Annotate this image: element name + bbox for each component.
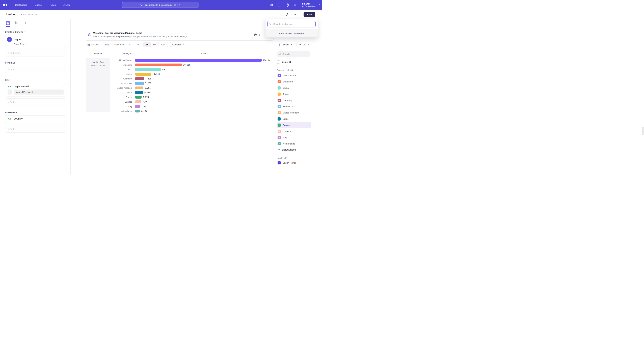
report-title[interactable]: Untitled xyxy=(6,13,16,16)
tab-retention[interactable] xyxy=(32,20,36,26)
event-card[interactable]: A Log In ⋮ Count Total xyxy=(5,35,66,47)
bar[interactable] xyxy=(135,86,144,89)
bar[interactable] xyxy=(135,59,262,62)
add-metric-button[interactable]: + Add Metric xyxy=(5,49,66,56)
country-checkbox[interactable] xyxy=(278,86,281,89)
breakdown-property-name[interactable]: Country xyxy=(14,117,23,120)
event-checkbox[interactable] xyxy=(278,161,281,164)
date-range-7d[interactable]: 7D xyxy=(126,42,134,47)
country-checkbox[interactable] xyxy=(278,80,281,83)
date-range-3m[interactable]: 3M xyxy=(143,42,150,47)
project-selector[interactable]: Finance All Project Data xyxy=(302,2,320,7)
breakdown-card[interactable]: Aa Country ⋮ xyxy=(5,115,66,123)
legend-country-row-brazil[interactable]: Brazil xyxy=(277,116,311,122)
filter-property-name[interactable]: Login Method xyxy=(14,85,29,88)
event-total-block[interactable]: Log In - Total Overall276.5K xyxy=(86,58,110,112)
event-name[interactable]: Log In xyxy=(14,38,21,41)
filter-value-input[interactable]: Manual Password xyxy=(14,89,64,94)
tab-flows[interactable] xyxy=(23,20,28,26)
copy-link-button[interactable] xyxy=(285,13,289,16)
legend-event-row[interactable]: Log In - Total xyxy=(277,161,322,164)
nav-item-users[interactable]: Users xyxy=(50,4,56,6)
country-label: United States xyxy=(283,74,296,77)
compare-button[interactable]: Compare xyxy=(170,42,186,47)
legend-search-input[interactable] xyxy=(277,51,310,57)
aggregation-selector[interactable]: Count Total xyxy=(14,43,64,45)
global-search-bar[interactable]: Open Reports & Dashboards ⌘ + K xyxy=(122,2,199,8)
scale-selector-button[interactable]: Linear xyxy=(277,42,294,47)
legend-event-label: Log In - Total xyxy=(283,162,296,164)
legend-country-row-france[interactable]: France xyxy=(277,122,311,128)
legend-country-row-canada[interactable]: Canada xyxy=(277,128,311,134)
nav-item-reports[interactable]: Reports xyxy=(34,4,44,6)
country-checkbox[interactable] xyxy=(278,130,281,133)
apps-grid-icon[interactable] xyxy=(278,3,282,7)
column-header-value[interactable]: Value xyxy=(200,52,208,55)
bar[interactable] xyxy=(135,82,144,85)
event-menu-button[interactable]: ⋮ xyxy=(62,37,64,40)
tab-funnels[interactable] xyxy=(14,20,19,26)
legend-country-row-south-korea[interactable]: South Korea xyxy=(277,103,311,110)
bar[interactable] xyxy=(135,100,142,103)
events-cohorts-section-label[interactable]: Events & Cohorts xyxy=(5,31,66,33)
more-options-button[interactable] xyxy=(292,13,296,16)
bar[interactable] xyxy=(135,77,144,80)
chart-type-button[interactable]: Bar xyxy=(296,42,311,47)
bar[interactable] xyxy=(135,110,140,112)
country-checkbox[interactable] xyxy=(278,92,281,96)
bar[interactable] xyxy=(135,105,140,108)
data-management-icon[interactable] xyxy=(270,3,274,7)
legend-country-row-united-kingdom[interactable]: United Kingdom xyxy=(277,110,311,116)
country-checkbox[interactable] xyxy=(278,142,281,145)
nav-item-events[interactable]: Events xyxy=(63,4,70,6)
show-all-toggle[interactable]: Show all (184) xyxy=(277,148,322,151)
bar[interactable] xyxy=(135,73,151,76)
legend-country-row-china[interactable]: China xyxy=(277,85,311,91)
date-range-yesterday[interactable]: Yesterday xyxy=(112,42,126,47)
add-breakdown-button[interactable]: + Add xyxy=(5,125,66,133)
bar[interactable] xyxy=(135,91,143,94)
nav-item-dashboards[interactable]: Dashboards xyxy=(15,4,27,6)
save-button[interactable]: Save xyxy=(304,12,315,17)
help-icon[interactable] xyxy=(286,3,289,7)
filter-operator[interactable]: = xyxy=(8,89,12,94)
date-range-custom[interactable]: Custom xyxy=(85,42,101,47)
date-range-6m[interactable]: 6M xyxy=(150,42,158,47)
legend-country-row-united-states[interactable]: United States xyxy=(277,72,311,79)
bar[interactable] xyxy=(135,96,142,99)
legend-country-row-netherlands[interactable]: Netherlands xyxy=(277,141,311,147)
legend-country-row-italy[interactable]: Italy xyxy=(277,134,311,141)
column-header-country[interactable]: Country xyxy=(122,52,132,55)
country-checkbox[interactable] xyxy=(278,105,281,108)
bar-chart: Event Country Value Log In - Total Overa… xyxy=(70,52,276,113)
filter-card[interactable]: Aa Login Method ⋮ = Manual Password xyxy=(5,83,66,96)
bar[interactable] xyxy=(135,63,182,66)
column-header-event[interactable]: Event xyxy=(94,52,102,55)
date-range-30d[interactable]: 30D xyxy=(134,42,143,47)
legend-country-row-japan[interactable]: Japan xyxy=(277,91,311,97)
add-formula-button[interactable]: + Add xyxy=(5,66,66,73)
date-range-12m[interactable]: 12M xyxy=(158,42,167,47)
save-to-new-dashboard-button[interactable]: Save to New Dashboard xyxy=(266,29,318,37)
settings-icon[interactable] xyxy=(293,3,297,7)
country-checkbox[interactable] xyxy=(278,74,281,77)
mixpanel-logo[interactable] xyxy=(3,4,10,6)
chevron-down-icon xyxy=(318,4,320,5)
date-range-today[interactable]: Today xyxy=(101,42,112,47)
breakdown-menu-button[interactable]: ⋮ xyxy=(62,118,64,120)
select-all-checkbox[interactable] xyxy=(277,60,280,63)
country-checkbox[interactable] xyxy=(278,99,281,102)
legend-country-row-undefined[interactable]: undefined xyxy=(277,79,311,85)
select-all-row[interactable]: Select all xyxy=(277,60,322,63)
report-description-placeholder[interactable]: + Add description... xyxy=(21,13,40,16)
add-filter-button[interactable]: + Add xyxy=(5,98,66,106)
tab-insights[interactable] xyxy=(6,20,10,26)
save-to-dashboard-input[interactable] xyxy=(268,21,316,27)
bar[interactable] xyxy=(135,68,161,71)
country-checkbox[interactable] xyxy=(278,136,281,139)
country-checkbox[interactable] xyxy=(278,117,281,120)
country-checkbox[interactable] xyxy=(278,111,281,114)
legend-country-row-germany[interactable]: Germany xyxy=(277,97,311,103)
filter-menu-button[interactable]: ⋮ xyxy=(62,85,64,88)
country-checkbox[interactable] xyxy=(278,124,281,127)
